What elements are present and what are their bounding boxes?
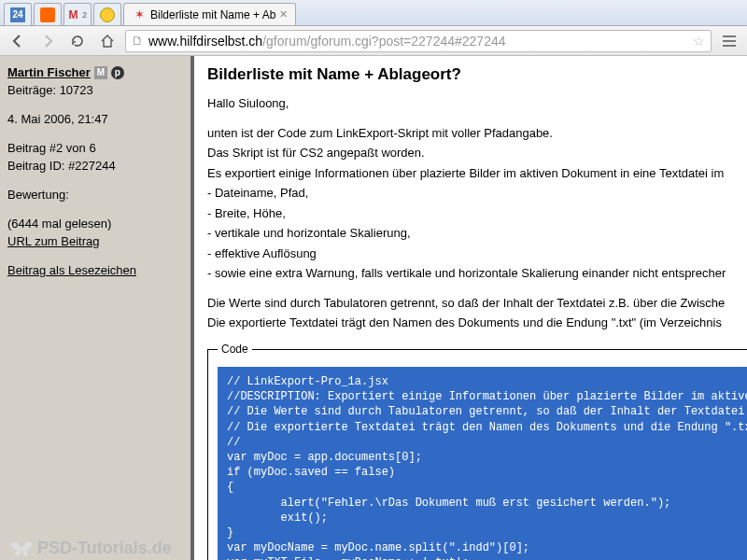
post-id: Beitrag ID: #227244 bbox=[7, 159, 183, 173]
author-link[interactable]: Martin Fischer bbox=[7, 65, 91, 79]
watermark: PSD-Tutorials.de bbox=[9, 538, 172, 558]
bookmark-star-icon[interactable]: ☆ bbox=[693, 34, 705, 49]
bullet-2: - Breite, Höhe, bbox=[207, 205, 734, 222]
line-p2: Das Skript ist für CS2 angepaßt worden. bbox=[207, 145, 734, 161]
bullet-3: - vertikale und horizontale Skalierung, bbox=[207, 225, 734, 242]
url-domain: www.hilfdirselbst.ch bbox=[148, 34, 262, 49]
star-icon: ✶ bbox=[132, 7, 147, 22]
tab-2[interactable] bbox=[34, 3, 62, 25]
tab-close-icon[interactable]: ✕ bbox=[279, 8, 288, 21]
tab-title: Bilderliste mit Name + Ab bbox=[150, 8, 275, 21]
menu-button[interactable] bbox=[717, 31, 741, 51]
page-icon: 🗋 bbox=[132, 34, 144, 48]
greeting: Hallo Siuloong, bbox=[207, 95, 734, 112]
code-section: Code // LinkExport-Pro_1a.jsx //DESCRIPT… bbox=[207, 343, 747, 560]
bullet-5: - sowie eine extra Warnung, falls vertik… bbox=[207, 265, 734, 282]
gmail-icon: M bbox=[68, 7, 78, 22]
tab-3[interactable]: M2 bbox=[63, 3, 92, 25]
bullet-4: - effektive Auflösung bbox=[207, 245, 734, 262]
read-count: (6444 mal gelesen) bbox=[7, 217, 183, 231]
post-title: Bilderliste mit Name + Ablageort? bbox=[207, 65, 734, 84]
bookmark-link[interactable]: Beitrag als Lesezeichen bbox=[7, 263, 136, 277]
line-p3: Es exportiert einige Informationen über … bbox=[207, 165, 734, 182]
yellow-icon bbox=[100, 7, 115, 22]
tab1-icon: 24 bbox=[10, 7, 25, 22]
back-button[interactable] bbox=[6, 31, 30, 51]
tab-1[interactable]: 24 bbox=[4, 3, 32, 25]
post-date: 4. Mai 2006, 21:47 bbox=[7, 112, 183, 126]
main: Bilderliste mit Name + Ablageort? Hallo … bbox=[191, 56, 747, 560]
post-body: Hallo Siuloong, unten ist der Code zum L… bbox=[207, 95, 734, 331]
butterfly-icon bbox=[9, 538, 34, 558]
tab-active[interactable]: ✶ Bilderliste mit Name + Ab ✕ bbox=[123, 3, 296, 25]
author-row: Martin Fischer M p bbox=[7, 65, 183, 79]
forward-button[interactable] bbox=[35, 31, 60, 51]
post-number: Beitrag #2 von 6 bbox=[7, 141, 183, 155]
toolbar: 🗋 www.hilfdirselbst.ch/gforum/gforum.cgi… bbox=[0, 26, 747, 56]
orange-icon bbox=[40, 7, 55, 22]
tab-4[interactable] bbox=[93, 3, 121, 25]
line-p4: Die Werte sind durch Tabulatoren getrenn… bbox=[207, 295, 734, 312]
post-count: Beiträge: 10723 bbox=[7, 83, 183, 97]
sidebar: Martin Fischer M p Beiträge: 10723 4. Ma… bbox=[0, 56, 191, 560]
url-path: /gforum/gforum.cgi?post=227244#227244 bbox=[262, 34, 505, 49]
bullet-1: - Dateiname, Pfad, bbox=[207, 185, 734, 202]
author-p-icon: p bbox=[111, 66, 124, 79]
url-bar[interactable]: 🗋 www.hilfdirselbst.ch/gforum/gforum.cgi… bbox=[125, 30, 712, 52]
home-button[interactable] bbox=[95, 31, 120, 51]
reload-button[interactable] bbox=[65, 31, 90, 51]
line-p1: unten ist der Code zum LinkExport-Skript… bbox=[207, 125, 734, 142]
url-to-post-link[interactable]: URL zum Beitrag bbox=[7, 234, 100, 248]
line-p5: Die exportierte Textdatei trägt den Name… bbox=[207, 315, 734, 331]
gmail-badge: 2 bbox=[82, 10, 87, 20]
rating-label: Bewertung: bbox=[7, 188, 183, 202]
code-block[interactable]: // LinkExport-Pro_1a.jsx //DESCRIPTION: … bbox=[218, 367, 747, 560]
tab-strip: 24 M2 ✶ Bilderliste mit Name + Ab ✕ bbox=[0, 0, 747, 26]
content: Martin Fischer M p Beiträge: 10723 4. Ma… bbox=[0, 56, 747, 560]
code-legend: Code bbox=[218, 343, 252, 356]
author-m-icon: M bbox=[94, 66, 107, 79]
